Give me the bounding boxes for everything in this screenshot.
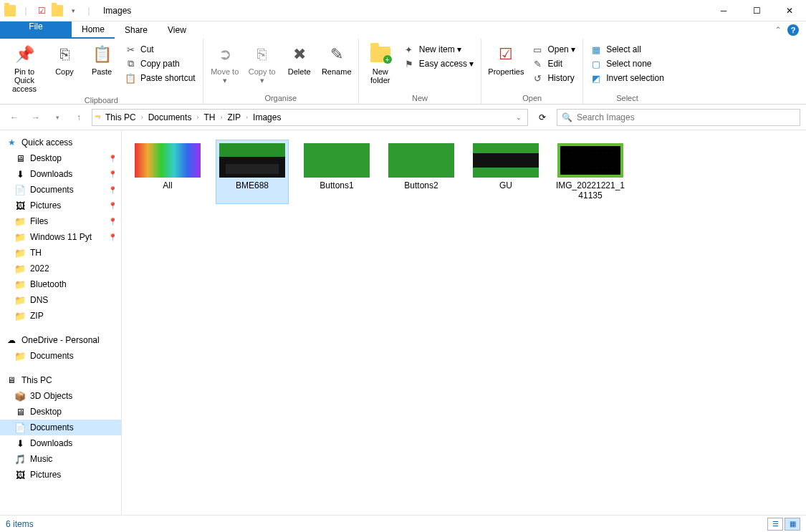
- breadcrumb[interactable]: This PC: [103, 112, 138, 122]
- open-button[interactable]: ▭Open ▾: [529, 43, 578, 56]
- nav-item[interactable]: 🖥Desktop📍: [0, 150, 121, 166]
- breadcrumb[interactable]: ZIP: [225, 112, 243, 122]
- search-box[interactable]: 🔍: [557, 109, 800, 126]
- chevron-right-icon[interactable]: ›: [220, 114, 222, 121]
- file-thumbnail: [219, 143, 285, 178]
- nav-section[interactable]: ★Quick access: [0, 135, 121, 150]
- nav-section[interactable]: 🖥This PC: [0, 372, 121, 388]
- chevron-right-icon[interactable]: ›: [246, 114, 248, 121]
- address-dropdown-icon[interactable]: ⌄: [516, 114, 522, 121]
- minimize-button[interactable]: ─: [707, 0, 740, 21]
- pin-icon: 📍: [108, 202, 117, 210]
- qat-dropdown-icon[interactable]: ▾: [67, 5, 79, 16]
- easy-access-button[interactable]: ⚑Easy access ▾: [400, 57, 477, 70]
- copy-path-button[interactable]: ⧉Copy path: [122, 57, 198, 70]
- thumbnails-view-button[interactable]: ▦: [785, 518, 800, 531]
- file-item[interactable]: IMG_20221221_141135: [555, 140, 626, 203]
- close-button[interactable]: ✕: [773, 0, 806, 21]
- paste-shortcut-button[interactable]: 📋Paste shortcut: [122, 72, 198, 84]
- edit-button[interactable]: ✎Edit: [529, 57, 578, 70]
- new-item-button[interactable]: ✦New item ▾: [400, 43, 477, 56]
- nav-item[interactable]: 🖼Pictures: [0, 467, 121, 483]
- rename-button[interactable]: ✎Rename: [320, 42, 354, 77]
- nav-item[interactable]: 🖼Pictures📍: [0, 198, 121, 213]
- search-input[interactable]: [577, 112, 795, 122]
- nav-item[interactable]: 📦3D Objects: [0, 388, 121, 404]
- select-all-button[interactable]: ▦Select all: [587, 43, 667, 56]
- nav-item[interactable]: 📁ZIP: [0, 308, 121, 324]
- nav-item-label: Files: [30, 216, 48, 226]
- group-label-new: New: [363, 92, 477, 104]
- file-item[interactable]: Buttons2: [385, 140, 457, 203]
- nav-item[interactable]: ⬇Downloads: [0, 435, 121, 451]
- copy-to-button[interactable]: ⎘Copy to ▾: [245, 42, 279, 86]
- group-label-organise: Organise: [208, 92, 354, 104]
- details-view-button[interactable]: ☰: [767, 518, 783, 531]
- file-item[interactable]: All: [132, 140, 203, 203]
- navigation-pane[interactable]: ★Quick access🖥Desktop📍⬇Downloads📍📄Docume…: [0, 130, 122, 515]
- nav-item[interactable]: 📄Documents: [0, 420, 121, 435]
- file-item[interactable]: GU: [470, 140, 542, 203]
- new-item-label: New item ▾: [419, 44, 461, 54]
- invert-selection-button[interactable]: ◩Invert selection: [587, 72, 667, 84]
- select-none-button[interactable]: ▢Select none: [587, 57, 667, 70]
- collapse-ribbon-icon[interactable]: ⌃: [774, 25, 782, 35]
- nav-item-label: TH: [30, 248, 42, 258]
- chevron-right-icon[interactable]: ›: [141, 114, 143, 121]
- refresh-button[interactable]: ⟳: [532, 109, 552, 126]
- properties-qat-icon[interactable]: ☑: [36, 5, 47, 16]
- breadcrumb[interactable]: TH: [201, 112, 217, 122]
- nav-item-label: Bluetooth: [30, 279, 67, 289]
- recent-dropdown[interactable]: ▾: [49, 109, 66, 126]
- file-item[interactable]: Buttons1: [301, 140, 373, 203]
- paste-label: Paste: [92, 67, 112, 76]
- breadcrumb[interactable]: Images: [251, 112, 283, 122]
- quick-access-toolbar: | ☑ ▾ |: [0, 5, 99, 16]
- maximize-button[interactable]: ☐: [740, 0, 773, 21]
- pin-quick-access-button[interactable]: 📌 Pin to Quick access: [4, 42, 44, 95]
- pin-label: Pin to Quick access: [6, 67, 43, 93]
- move-to-button[interactable]: ➲Move to ▾: [208, 42, 242, 86]
- nav-item[interactable]: 📁TH: [0, 245, 121, 261]
- delete-button[interactable]: ✖Delete: [282, 42, 317, 77]
- nav-item[interactable]: 📁Documents: [0, 348, 121, 364]
- address-bar[interactable]: › This PC › Documents › TH › ZIP › Image…: [92, 109, 528, 126]
- nav-item[interactable]: 📁2022: [0, 261, 121, 276]
- nav-item-label: Documents: [30, 185, 74, 195]
- move-to-label: Move to ▾: [209, 67, 241, 84]
- ribbon-tabs: File Home Share View ⌃ ?: [0, 21, 806, 39]
- nav-item-icon: 🎵: [14, 453, 26, 465]
- nav-item[interactable]: 📁Bluetooth: [0, 276, 121, 292]
- pin-icon: 📍: [108, 170, 117, 178]
- nav-item[interactable]: 📁DNS: [0, 292, 121, 308]
- nav-item[interactable]: 📁Files📍: [0, 213, 121, 229]
- content-pane[interactable]: AllBME688Buttons1Buttons2GUIMG_20221221_…: [122, 130, 806, 515]
- tab-view[interactable]: View: [158, 21, 196, 39]
- nav-item[interactable]: 🎵Music: [0, 451, 121, 467]
- file-name: All: [163, 180, 172, 190]
- breadcrumb[interactable]: Documents: [146, 112, 194, 122]
- nav-item[interactable]: 🖥Desktop: [0, 404, 121, 420]
- copy-button[interactable]: ⎘ Copy: [47, 42, 82, 77]
- up-button[interactable]: ↑: [70, 109, 87, 126]
- nav-section[interactable]: ☁OneDrive - Personal: [0, 332, 121, 348]
- help-icon[interactable]: ?: [787, 24, 799, 36]
- back-button[interactable]: ←: [6, 109, 23, 126]
- nav-item[interactable]: ⬇Downloads📍: [0, 166, 121, 182]
- chevron-right-icon[interactable]: ›: [196, 114, 198, 121]
- nav-item-icon: 📁: [14, 263, 26, 274]
- nav-item[interactable]: 📄Documents📍: [0, 182, 121, 198]
- history-button[interactable]: ↺History: [529, 72, 578, 84]
- tab-share[interactable]: Share: [115, 21, 158, 39]
- cut-button[interactable]: ✂Cut: [122, 43, 198, 56]
- ribbon-group-organise: ➲Move to ▾ ⎘Copy to ▾ ✖Delete ✎Rename Or…: [203, 39, 359, 104]
- nav-item[interactable]: 📁Windows 11 Pyt📍: [0, 229, 121, 245]
- paste-button[interactable]: 📋 Paste: [85, 42, 119, 77]
- forward-button[interactable]: →: [27, 109, 44, 126]
- new-folder-button[interactable]: New folder: [363, 42, 398, 86]
- tab-file[interactable]: File: [0, 21, 72, 39]
- properties-button[interactable]: ☑Properties: [486, 42, 526, 77]
- file-thumbnail: [304, 143, 370, 178]
- file-item[interactable]: BME688: [216, 140, 288, 203]
- tab-home[interactable]: Home: [72, 21, 115, 39]
